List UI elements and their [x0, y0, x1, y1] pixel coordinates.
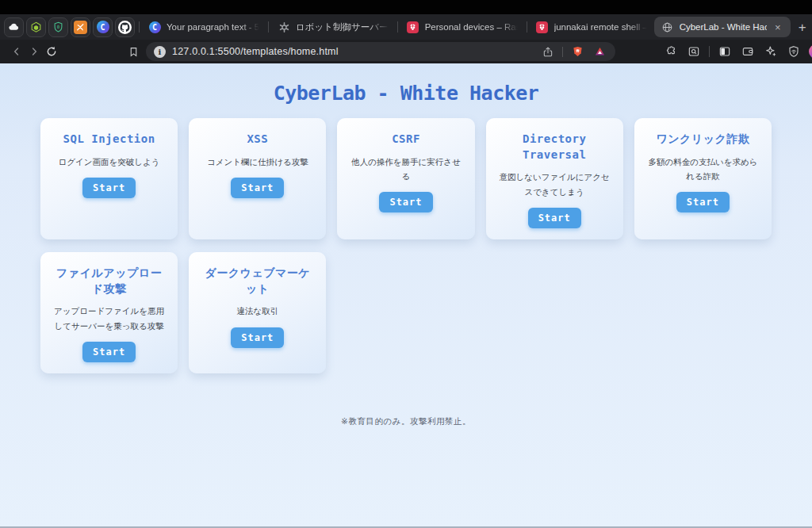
start-button[interactable]: Start	[231, 327, 284, 348]
card-description: 違法な取引	[199, 304, 316, 318]
card-sql-injection: SQL Injection ログイン画面を突破しよう Start	[40, 118, 178, 239]
github-icon	[118, 21, 132, 34]
card-title: XSS	[199, 132, 316, 147]
card-title: ファイルアップロード攻撃	[51, 266, 167, 297]
tab-divider	[397, 21, 398, 33]
card-title: SQL Injection	[51, 132, 167, 147]
tab-cyberlab-active[interactable]: CyberLab - White Hacker ×	[654, 17, 791, 37]
card-description: 他人の操作を勝手に実行させる	[347, 155, 464, 184]
tab-bar: 0 C C Your paragraph text - 594 × 841 px	[0, 14, 812, 40]
system-top-bar	[0, 0, 812, 14]
tab-divider	[268, 21, 269, 33]
reload-button[interactable]	[43, 43, 60, 60]
url-text[interactable]: 127.0.0.1:5500/templates/home.html	[172, 46, 534, 57]
card-description: 多額の料金の支払いを求められる詐欺	[645, 155, 761, 184]
orange-brush-icon	[74, 21, 87, 34]
start-button[interactable]: Start	[676, 192, 730, 212]
card-darkweb-market: ダークウェブマーケット 違法な取引 Start	[189, 252, 326, 373]
card-xss: XSS コメント欄に仕掛ける攻撃 Start	[189, 118, 326, 239]
card-file-upload-attack: ファイルアップロード攻撃 アップロードファイルを悪用してサーバーを乗っ取る攻撃 …	[40, 252, 178, 373]
vpn-shield-icon[interactable]	[786, 44, 802, 59]
card-csrf: CSRF 他人の操作を勝手に実行させる Start	[337, 118, 474, 239]
bat-rewards-icon[interactable]	[592, 44, 607, 59]
new-tab-button[interactable]: +	[799, 21, 806, 34]
tab-raspberrypi-devices[interactable]: Personal devices – Raspberry Pi	[400, 17, 525, 37]
tab-divider	[527, 21, 527, 33]
share-icon[interactable]	[540, 44, 556, 59]
card-title: Directory Traversal	[496, 132, 613, 163]
gear-icon	[278, 21, 290, 33]
toolbar-divider	[709, 46, 710, 57]
site-info-icon[interactable]: i	[154, 46, 166, 58]
tab-title: ロボット制御サーバー	[296, 21, 389, 33]
back-button[interactable]	[8, 43, 25, 60]
tab-canva-design[interactable]: C Your paragraph text - 594 × 841 px	[141, 17, 266, 37]
canva-icon: C	[97, 21, 109, 33]
extensions-area	[663, 44, 812, 59]
card-title: ダークウェブマーケット	[199, 266, 316, 297]
start-button[interactable]: Start	[528, 208, 581, 228]
pinned-tab-canva[interactable]: C	[93, 17, 113, 37]
raspberry-pi-icon	[536, 21, 549, 33]
tab-title: CyberLab - White Hacker	[680, 22, 767, 32]
card-directory-traversal: Directory Traversal 意図しないファイルにアクセスできてしまう…	[486, 118, 623, 239]
tab-title: junnakai remote shell – Raspberry Pi	[554, 22, 647, 32]
start-button[interactable]: Start	[231, 178, 284, 198]
tab-title: Your paragraph text - 594 × 841 px	[167, 22, 259, 32]
pinned-tab-github[interactable]	[115, 17, 135, 37]
tab-title: Personal devices – Raspberry Pi	[425, 22, 518, 32]
page-title: CyberLab - White Hacker	[0, 82, 812, 105]
pinned-tab-cloud[interactable]	[4, 17, 24, 37]
profile-avatar[interactable]	[809, 44, 812, 59]
wallet-icon[interactable]	[740, 44, 756, 59]
canva-icon: C	[148, 21, 161, 33]
start-button[interactable]: Start	[82, 178, 136, 198]
card-description: コメント欄に仕掛ける攻撃	[199, 155, 316, 169]
sidebar-toggle-icon[interactable]	[717, 44, 733, 59]
search-window-icon[interactable]	[686, 44, 702, 59]
tab-divider	[139, 21, 140, 33]
start-button[interactable]: Start	[82, 342, 136, 362]
globe-icon	[661, 21, 674, 33]
close-icon[interactable]: ×	[772, 21, 783, 33]
green-shield-icon: 0	[52, 21, 64, 33]
start-button[interactable]: Start	[379, 192, 432, 212]
browser-window: 0 C C Your paragraph text - 594 × 841 px	[0, 0, 812, 528]
extensions-puzzle-icon[interactable]	[663, 44, 679, 59]
address-toolbar: i 127.0.0.1:5500/templates/home.html	[0, 40, 812, 63]
leo-ai-sparkle-icon[interactable]	[763, 44, 779, 59]
brave-shield-icon[interactable]	[569, 44, 585, 59]
address-bar[interactable]: i 127.0.0.1:5500/templates/home.html	[146, 42, 615, 61]
pill-divider	[562, 47, 563, 57]
pinned-tab-cube[interactable]	[26, 17, 46, 37]
pinned-tab-orange[interactable]	[71, 17, 90, 37]
card-title: CSRF	[347, 132, 464, 147]
forward-button[interactable]	[25, 43, 43, 60]
svg-text:0: 0	[57, 25, 60, 29]
pinned-tab-shield[interactable]: 0	[48, 17, 68, 37]
card-description: 意図しないファイルにアクセスできてしまう	[496, 170, 613, 199]
tab-remote-shell[interactable]: junnakai remote shell – Raspberry Pi	[529, 17, 654, 37]
card-description: ログイン画面を突破しよう	[51, 155, 167, 169]
bookmark-icon[interactable]	[125, 46, 141, 58]
green-cube-icon	[30, 21, 42, 33]
cloud-icon	[8, 21, 20, 33]
card-one-click-fraud: ワンクリック詐欺 多額の料金の支払いを求められる詐欺 Start	[634, 118, 772, 239]
page-content: CyberLab - White Hacker SQL Injection ログ…	[0, 63, 812, 528]
footer-disclaimer: ※教育目的のみ。攻撃利用禁止。	[0, 416, 812, 427]
tab-robot-server[interactable]: ロボット制御サーバー	[270, 17, 396, 37]
card-description: アップロードファイルを悪用してサーバーを乗っ取る攻撃	[51, 304, 167, 333]
raspberry-pi-icon	[407, 21, 419, 33]
card-title: ワンクリック詐欺	[645, 132, 761, 147]
card-grid: SQL Injection ログイン画面を突破しよう Start XSS コメン…	[40, 118, 772, 373]
